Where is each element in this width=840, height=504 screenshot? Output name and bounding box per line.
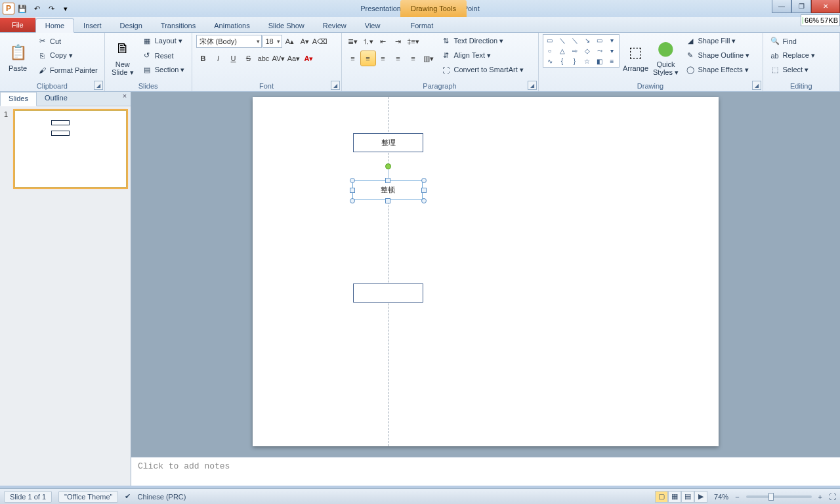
- tab-slideshow[interactable]: Slide Show: [259, 19, 314, 32]
- justify-button[interactable]: ≡: [391, 51, 406, 66]
- redo-button[interactable]: ↷: [45, 2, 58, 15]
- shape-callout-icon[interactable]: ◧: [594, 56, 606, 66]
- shape-2[interactable]: 整顿: [352, 180, 423, 200]
- cut-button[interactable]: ✂Cut: [34, 34, 100, 48]
- convert-smartart-button[interactable]: ⛶Convert to SmartArt ▾: [438, 63, 526, 77]
- arrange-button[interactable]: ⬚Arrange: [622, 34, 650, 77]
- handle-w[interactable]: [350, 188, 355, 193]
- decrease-indent-button[interactable]: ⇤: [376, 34, 390, 49]
- handle-sw[interactable]: [350, 198, 355, 203]
- zoom-out-button[interactable]: −: [735, 493, 739, 501]
- handle-n[interactable]: [385, 178, 390, 183]
- align-text-button[interactable]: ⇵Align Text ▾: [438, 49, 526, 62]
- change-case-button[interactable]: Aa▾: [287, 51, 301, 66]
- thumbnails[interactable]: 1: [0, 106, 131, 486]
- zoom-in-button[interactable]: +: [818, 493, 822, 501]
- minimize-button[interactable]: —: [772, 0, 791, 13]
- shape-3[interactable]: [353, 284, 423, 303]
- canvas[interactable]: 整理 整顿: [131, 92, 840, 457]
- rotate-handle[interactable]: [385, 163, 391, 169]
- shapes-gallery[interactable]: ▭＼＼↘▭▾ ○△⇨◇⤳▾ ∿{}☆◧≡: [543, 34, 620, 68]
- shape-oval-icon[interactable]: ○: [544, 46, 556, 56]
- replace-button[interactable]: abReplace ▾: [767, 49, 818, 62]
- shape-brace-icon[interactable]: {: [556, 56, 568, 66]
- shape-star-icon[interactable]: ☆: [581, 56, 593, 66]
- status-slide[interactable]: Slide 1 of 1: [4, 491, 52, 503]
- char-spacing-button[interactable]: AV▾: [272, 51, 286, 66]
- align-center-button[interactable]: ≡: [361, 51, 375, 66]
- handle-ne[interactable]: [421, 178, 427, 183]
- font-size-combo[interactable]: 18: [262, 35, 282, 48]
- shape-more1-icon[interactable]: ▾: [606, 35, 618, 45]
- clipboard-dialog-launcher[interactable]: ◢: [94, 81, 103, 90]
- sorter-view-button[interactable]: ▦: [668, 491, 681, 503]
- shape-diamond-icon[interactable]: ◇: [581, 46, 593, 56]
- text-direction-button[interactable]: ⇅Text Direction ▾: [438, 34, 526, 48]
- bold-button[interactable]: B: [196, 51, 211, 66]
- bullets-button[interactable]: ≣▾: [346, 34, 360, 49]
- thumbnail-1[interactable]: 1: [4, 110, 127, 188]
- handle-se[interactable]: [421, 198, 427, 203]
- shape-tri-icon[interactable]: △: [556, 46, 568, 56]
- font-dialog-launcher[interactable]: ◢: [331, 81, 340, 90]
- line-spacing-button[interactable]: ‡≡▾: [406, 34, 421, 49]
- layout-button[interactable]: ▦Layout ▾: [139, 34, 188, 48]
- clear-formatting-button[interactable]: A⌫: [313, 34, 327, 49]
- shrink-font-button[interactable]: A▾: [298, 34, 312, 49]
- save-button[interactable]: 💾: [16, 2, 29, 15]
- tab-home[interactable]: Home: [35, 18, 74, 33]
- new-slide-button[interactable]: 🗎 New Slide ▾: [109, 34, 136, 77]
- shape-more2-icon[interactable]: ▾: [606, 46, 618, 56]
- slideshow-view-button[interactable]: ▶: [694, 491, 707, 503]
- zoom-level[interactable]: 74%: [714, 493, 728, 501]
- grow-font-button[interactable]: A▴: [283, 34, 297, 49]
- tab-format[interactable]: Format: [401, 19, 442, 32]
- find-button[interactable]: 🔍Find: [767, 34, 818, 48]
- shape-line-icon[interactable]: ＼: [556, 35, 568, 45]
- fit-window-button[interactable]: ⛶: [829, 493, 836, 501]
- tab-review[interactable]: Review: [314, 19, 356, 32]
- tab-file[interactable]: File: [0, 18, 35, 32]
- shape-line2-icon[interactable]: ＼: [569, 35, 581, 45]
- reading-view-button[interactable]: ▤: [681, 491, 694, 503]
- zoom-thumb[interactable]: [768, 493, 774, 501]
- shape-conn-icon[interactable]: ⤳: [594, 46, 606, 56]
- italic-button[interactable]: I: [211, 51, 226, 66]
- app-icon[interactable]: P: [3, 3, 14, 14]
- tab-view[interactable]: View: [356, 19, 390, 32]
- tab-insert[interactable]: Insert: [74, 19, 111, 32]
- close-button[interactable]: ✕: [811, 0, 840, 13]
- shape-2-selection[interactable]: 整顿: [352, 180, 424, 201]
- pane-close-button[interactable]: ×: [119, 92, 131, 106]
- underline-button[interactable]: U: [226, 51, 241, 66]
- shape-arrow2-icon[interactable]: ⇨: [569, 46, 581, 56]
- restore-button[interactable]: ❐: [791, 0, 811, 13]
- format-painter-button[interactable]: 🖌Format Painter: [34, 63, 100, 77]
- status-theme[interactable]: "Office Theme": [58, 491, 118, 503]
- shape-1[interactable]: 整理: [353, 133, 423, 152]
- font-color-button[interactable]: A▾: [302, 51, 316, 66]
- normal-view-button[interactable]: ▢: [655, 491, 668, 503]
- pane-tab-outline[interactable]: Outline: [37, 92, 75, 106]
- handle-nw[interactable]: [350, 178, 355, 183]
- thumbnail-slide[interactable]: [14, 110, 127, 188]
- qat-more-icon[interactable]: ▾: [59, 2, 72, 15]
- undo-button[interactable]: ↶: [30, 2, 43, 15]
- shape-more3-icon[interactable]: ≡: [606, 56, 618, 66]
- notes-pane[interactable]: Click to add notes: [131, 457, 840, 486]
- shape-rect-icon[interactable]: ▭: [544, 35, 556, 45]
- numbering-button[interactable]: ⒈▾: [361, 34, 375, 49]
- shadow-button[interactable]: abc: [257, 51, 271, 66]
- tab-animations[interactable]: Animations: [205, 19, 259, 32]
- tab-design[interactable]: Design: [111, 19, 152, 32]
- quick-styles-button[interactable]: ⬤Quick Styles ▾: [652, 34, 680, 77]
- shape-fill-button[interactable]: ◢Shape Fill ▾: [682, 34, 753, 48]
- reset-button[interactable]: ↺Reset: [139, 49, 188, 62]
- shape-effects-button[interactable]: ◯Shape Effects ▾: [682, 63, 753, 77]
- shape-outline-button[interactable]: ✎Shape Outline ▾: [682, 49, 753, 62]
- status-language[interactable]: Chinese (PRC): [137, 493, 186, 501]
- align-left-button[interactable]: ≡: [346, 51, 360, 66]
- drawing-dialog-launcher[interactable]: ◢: [752, 81, 761, 90]
- paragraph-dialog-launcher[interactable]: ◢: [528, 81, 537, 90]
- increase-indent-button[interactable]: ⇥: [391, 34, 406, 49]
